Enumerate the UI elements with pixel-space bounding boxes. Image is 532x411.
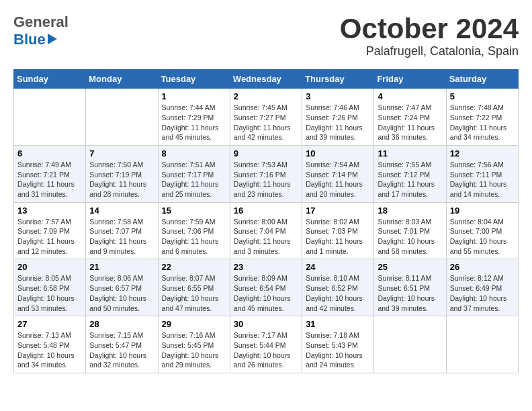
calendar-cell [446, 316, 518, 373]
day-number: 1 [162, 91, 226, 101]
calendar-header-monday: Monday [86, 70, 158, 89]
calendar-cell: 15Sunrise: 7:59 AMSunset: 7:06 PMDayligh… [158, 202, 230, 259]
day-number: 27 [17, 319, 82, 329]
calendar-cell: 17Sunrise: 8:02 AMSunset: 7:03 PMDayligh… [302, 202, 374, 259]
day-info: Sunrise: 7:58 AMSunset: 7:07 PMDaylight:… [89, 217, 154, 257]
month-title: October 2024 [340, 13, 519, 44]
logo-general-text: General [13, 13, 69, 31]
day-info: Sunrise: 7:54 AMSunset: 7:14 PMDaylight:… [306, 160, 370, 199]
day-info: Sunrise: 8:07 AMSunset: 6:55 PMDaylight:… [162, 273, 226, 313]
calendar-week-row: 1Sunrise: 7:44 AMSunset: 7:29 PMDaylight… [14, 89, 519, 146]
day-number: 26 [450, 262, 515, 272]
calendar-cell: 10Sunrise: 7:54 AMSunset: 7:14 PMDayligh… [302, 145, 374, 202]
day-info: Sunrise: 7:18 AMSunset: 5:43 PMDaylight:… [306, 330, 370, 370]
location-title: Palafrugell, Catalonia, Spain [340, 44, 519, 58]
day-number: 5 [450, 91, 515, 101]
day-info: Sunrise: 7:45 AMSunset: 7:27 PMDaylight:… [234, 103, 298, 142]
day-info: Sunrise: 7:59 AMSunset: 7:06 PMDaylight:… [162, 217, 226, 257]
day-number: 16 [234, 205, 298, 216]
calendar-header-saturday: Saturday [446, 70, 518, 89]
title-section: October 2024 Palafrugell, Catalonia, Spa… [340, 13, 519, 58]
logo-arrow-icon [48, 34, 57, 44]
day-info: Sunrise: 8:04 AMSunset: 7:00 PMDaylight:… [450, 217, 515, 257]
day-info: Sunrise: 7:57 AMSunset: 7:09 PMDaylight:… [17, 217, 82, 257]
logo-blue-text: Blue [13, 31, 46, 48]
day-number: 21 [89, 262, 154, 272]
calendar-header-friday: Friday [374, 70, 446, 89]
day-info: Sunrise: 7:47 AMSunset: 7:24 PMDaylight:… [378, 103, 442, 142]
day-info: Sunrise: 8:02 AMSunset: 7:03 PMDaylight:… [306, 217, 370, 257]
day-number: 2 [234, 91, 298, 101]
day-info: Sunrise: 8:09 AMSunset: 6:54 PMDaylight:… [234, 273, 298, 313]
calendar-header-wednesday: Wednesday [230, 70, 302, 89]
calendar-week-row: 13Sunrise: 7:57 AMSunset: 7:09 PMDayligh… [14, 202, 519, 259]
day-number: 23 [234, 262, 298, 272]
day-info: Sunrise: 8:10 AMSunset: 6:52 PMDaylight:… [306, 273, 370, 313]
calendar-cell: 27Sunrise: 7:13 AMSunset: 5:48 PMDayligh… [14, 316, 86, 373]
day-info: Sunrise: 7:48 AMSunset: 7:22 PMDaylight:… [450, 103, 515, 142]
day-info: Sunrise: 7:50 AMSunset: 7:19 PMDaylight:… [89, 160, 154, 199]
calendar-cell: 14Sunrise: 7:58 AMSunset: 7:07 PMDayligh… [86, 202, 158, 259]
day-info: Sunrise: 8:11 AMSunset: 6:51 PMDaylight:… [378, 273, 442, 313]
calendar-header-row: SundayMondayTuesdayWednesdayThursdayFrid… [14, 70, 519, 89]
day-number: 9 [234, 148, 298, 158]
calendar-cell: 30Sunrise: 7:17 AMSunset: 5:44 PMDayligh… [230, 316, 302, 373]
calendar-cell: 20Sunrise: 8:05 AMSunset: 6:58 PMDayligh… [14, 259, 86, 316]
day-number: 25 [378, 262, 442, 272]
calendar-cell: 24Sunrise: 8:10 AMSunset: 6:52 PMDayligh… [302, 259, 374, 316]
day-number: 10 [306, 148, 370, 158]
day-number: 11 [378, 148, 442, 158]
day-info: Sunrise: 7:49 AMSunset: 7:21 PMDaylight:… [17, 160, 82, 199]
calendar-cell: 26Sunrise: 8:12 AMSunset: 6:49 PMDayligh… [446, 259, 518, 316]
calendar-cell: 19Sunrise: 8:04 AMSunset: 7:00 PMDayligh… [446, 202, 518, 259]
calendar-cell: 9Sunrise: 7:53 AMSunset: 7:16 PMDaylight… [230, 145, 302, 202]
day-info: Sunrise: 8:03 AMSunset: 7:01 PMDaylight:… [378, 217, 442, 257]
day-number: 28 [89, 319, 154, 329]
calendar-cell: 6Sunrise: 7:49 AMSunset: 7:21 PMDaylight… [14, 145, 86, 202]
day-info: Sunrise: 8:12 AMSunset: 6:49 PMDaylight:… [450, 273, 515, 313]
calendar-week-row: 6Sunrise: 7:49 AMSunset: 7:21 PMDaylight… [14, 145, 519, 202]
day-info: Sunrise: 7:13 AMSunset: 5:48 PMDaylight:… [17, 330, 82, 370]
day-number: 17 [306, 205, 370, 216]
day-number: 15 [162, 205, 226, 216]
calendar-cell [374, 316, 446, 373]
calendar-cell: 29Sunrise: 7:16 AMSunset: 5:45 PMDayligh… [158, 316, 230, 373]
calendar-week-row: 20Sunrise: 8:05 AMSunset: 6:58 PMDayligh… [14, 259, 519, 316]
calendar-table: SundayMondayTuesdayWednesdayThursdayFrid… [13, 69, 519, 373]
day-info: Sunrise: 7:16 AMSunset: 5:45 PMDaylight:… [162, 330, 226, 370]
day-info: Sunrise: 8:05 AMSunset: 6:58 PMDaylight:… [17, 273, 82, 313]
calendar-cell: 8Sunrise: 7:51 AMSunset: 7:17 PMDaylight… [158, 145, 230, 202]
day-info: Sunrise: 7:46 AMSunset: 7:26 PMDaylight:… [306, 103, 370, 142]
calendar-cell: 22Sunrise: 8:07 AMSunset: 6:55 PMDayligh… [158, 259, 230, 316]
calendar-cell: 23Sunrise: 8:09 AMSunset: 6:54 PMDayligh… [230, 259, 302, 316]
calendar-cell: 5Sunrise: 7:48 AMSunset: 7:22 PMDaylight… [446, 89, 518, 146]
page-header: General Blue October 2024 Palafrugell, C… [13, 13, 519, 58]
day-info: Sunrise: 7:51 AMSunset: 7:17 PMDaylight:… [162, 160, 226, 199]
day-info: Sunrise: 7:44 AMSunset: 7:29 PMDaylight:… [162, 103, 226, 142]
day-info: Sunrise: 8:06 AMSunset: 6:57 PMDaylight:… [89, 273, 154, 313]
day-info: Sunrise: 7:53 AMSunset: 7:16 PMDaylight:… [234, 160, 298, 199]
day-number: 19 [450, 205, 515, 216]
calendar-cell: 2Sunrise: 7:45 AMSunset: 7:27 PMDaylight… [230, 89, 302, 146]
day-number: 20 [17, 262, 82, 272]
calendar-cell: 25Sunrise: 8:11 AMSunset: 6:51 PMDayligh… [374, 259, 446, 316]
calendar-cell: 12Sunrise: 7:56 AMSunset: 7:11 PMDayligh… [446, 145, 518, 202]
calendar-cell: 1Sunrise: 7:44 AMSunset: 7:29 PMDaylight… [158, 89, 230, 146]
calendar-cell: 28Sunrise: 7:15 AMSunset: 5:47 PMDayligh… [86, 316, 158, 373]
day-number: 18 [378, 205, 442, 216]
calendar-cell: 13Sunrise: 7:57 AMSunset: 7:09 PMDayligh… [14, 202, 86, 259]
calendar-week-row: 27Sunrise: 7:13 AMSunset: 5:48 PMDayligh… [14, 316, 519, 373]
calendar-cell [86, 89, 158, 146]
calendar-header-sunday: Sunday [14, 70, 86, 89]
calendar-header-tuesday: Tuesday [158, 70, 230, 89]
day-number: 30 [234, 319, 298, 329]
calendar-cell: 16Sunrise: 8:00 AMSunset: 7:04 PMDayligh… [230, 202, 302, 259]
calendar-cell: 31Sunrise: 7:18 AMSunset: 5:43 PMDayligh… [302, 316, 374, 373]
day-number: 3 [306, 91, 370, 101]
calendar-cell: 18Sunrise: 8:03 AMSunset: 7:01 PMDayligh… [374, 202, 446, 259]
day-number: 8 [162, 148, 226, 158]
day-number: 7 [89, 148, 154, 158]
calendar-cell: 21Sunrise: 8:06 AMSunset: 6:57 PMDayligh… [86, 259, 158, 316]
day-info: Sunrise: 7:15 AMSunset: 5:47 PMDaylight:… [89, 330, 154, 370]
calendar-cell: 3Sunrise: 7:46 AMSunset: 7:26 PMDaylight… [302, 89, 374, 146]
